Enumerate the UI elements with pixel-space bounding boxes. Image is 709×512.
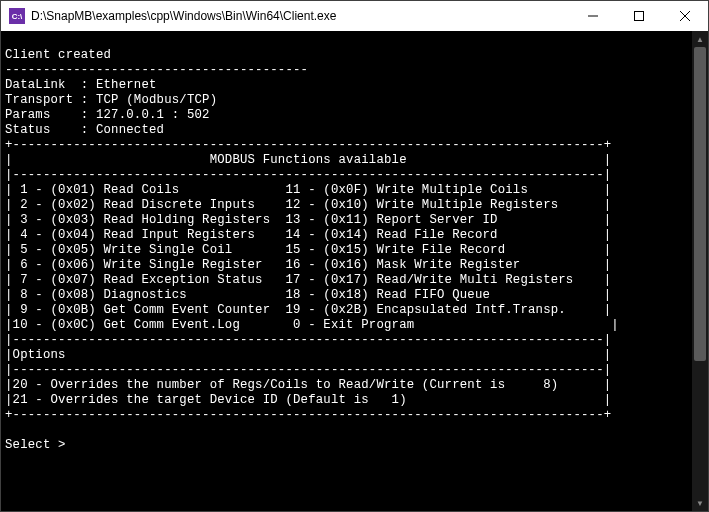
- blank-line: [5, 423, 13, 437]
- client-area: Client created -------------------------…: [1, 31, 708, 511]
- fn-row-2: | 2 - (0x02) Read Discrete Inputs 12 - (…: [5, 198, 611, 212]
- close-button[interactable]: [662, 1, 708, 31]
- params-line: Params : 127.0.0.1 : 502: [5, 108, 210, 122]
- fn-row-1: | 1 - (0x01) Read Coils 11 - (0x0F) Writ…: [5, 183, 611, 197]
- terminal[interactable]: Client created -------------------------…: [1, 31, 692, 511]
- fn-row-10: |10 - (0x0C) Get Comm Event.Log 0 - Exit…: [5, 318, 619, 332]
- scrollbar-thumb[interactable]: [694, 47, 706, 361]
- datalink-line: DataLink : Ethernet: [5, 78, 157, 92]
- window-controls: [570, 1, 708, 31]
- maximize-button[interactable]: [616, 1, 662, 31]
- fn-row-4: | 4 - (0x04) Read Input Registers 14 - (…: [5, 228, 611, 242]
- blank-line: [5, 33, 13, 47]
- box-dash: |---------------------------------------…: [5, 363, 611, 377]
- fn-row-6: | 6 - (0x06) Write Single Register 16 - …: [5, 258, 611, 272]
- box-top: +---------------------------------------…: [5, 138, 611, 152]
- options-header: |Options |: [5, 348, 611, 362]
- modbus-header: | MODBUS Functions available |: [5, 153, 611, 167]
- fn-row-3: | 3 - (0x03) Read Holding Registers 13 -…: [5, 213, 611, 227]
- window-title: D:\SnapMB\examples\cpp\Windows\Bin\Win64…: [31, 9, 570, 23]
- close-icon: [680, 11, 690, 21]
- fn-row-8: | 8 - (0x08) Diagnostics 18 - (0x18) Rea…: [5, 288, 611, 302]
- scroll-down-arrow-icon[interactable]: ▼: [692, 495, 708, 511]
- vertical-scrollbar[interactable]: ▲ ▼: [692, 31, 708, 511]
- box-bottom: +---------------------------------------…: [5, 408, 611, 422]
- scrollbar-track[interactable]: [692, 47, 708, 495]
- svg-rect-1: [635, 12, 644, 21]
- maximize-icon: [634, 11, 644, 21]
- app-icon: C:\: [9, 8, 25, 24]
- client-created-line: Client created: [5, 48, 111, 62]
- cursor: [73, 439, 80, 452]
- minimize-button[interactable]: [570, 1, 616, 31]
- app-window: C:\ D:\SnapMB\examples\cpp\Windows\Bin\W…: [0, 0, 709, 512]
- opt-row-2: |21 - Overrides the target Device ID (De…: [5, 393, 611, 407]
- titlebar[interactable]: C:\ D:\SnapMB\examples\cpp\Windows\Bin\W…: [1, 1, 708, 31]
- opt-row-1: |20 - Overrides the number of Regs/Coils…: [5, 378, 611, 392]
- box-dash: |---------------------------------------…: [5, 333, 611, 347]
- box-dash: |---------------------------------------…: [5, 168, 611, 182]
- scroll-up-arrow-icon[interactable]: ▲: [692, 31, 708, 47]
- fn-row-7: | 7 - (0x07) Read Exception Status 17 - …: [5, 273, 611, 287]
- transport-line: Transport : TCP (Modbus/TCP): [5, 93, 217, 107]
- prompt: Select >: [5, 438, 73, 452]
- divider-line: ----------------------------------------: [5, 63, 308, 77]
- status-line: Status : Connected: [5, 123, 164, 137]
- fn-row-9: | 9 - (0x0B) Get Comm Event Counter 19 -…: [5, 303, 611, 317]
- minimize-icon: [588, 11, 598, 21]
- fn-row-5: | 5 - (0x05) Write Single Coil 15 - (0x1…: [5, 243, 611, 257]
